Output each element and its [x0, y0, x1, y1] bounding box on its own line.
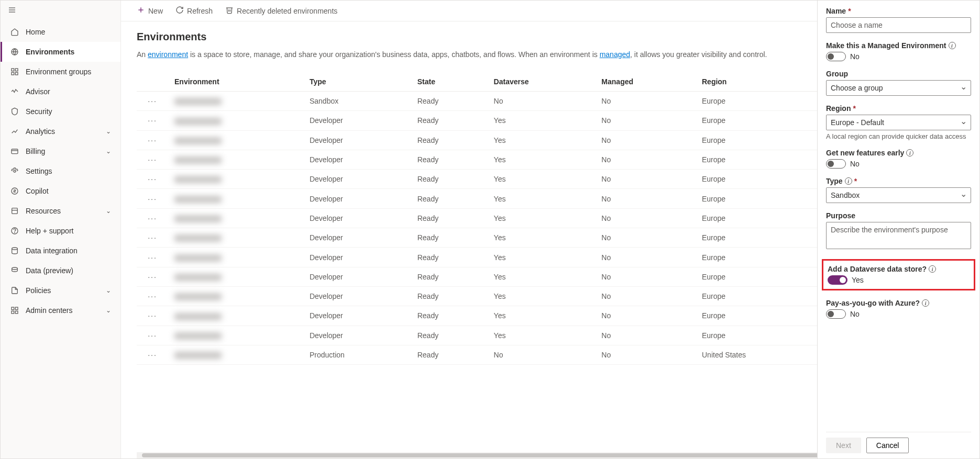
cell-environment[interactable] — [168, 150, 303, 169]
cell-region: Europe — [696, 92, 824, 111]
info-icon[interactable]: i — [949, 42, 956, 49]
cell-type: Developer — [303, 189, 411, 208]
sidebar-item-admin[interactable]: Admin centers⌄ — [1, 300, 120, 320]
purpose-textarea[interactable] — [826, 222, 971, 249]
refresh-button[interactable]: Refresh — [175, 6, 213, 16]
redacted-name — [174, 196, 222, 203]
sidebar-item-policies[interactable]: Policies⌄ — [1, 281, 120, 300]
col-environment[interactable]: Environment — [168, 72, 303, 92]
sidebar-item-label: Admin centers — [26, 306, 72, 315]
new-label: New — [148, 7, 163, 15]
security-icon — [10, 107, 19, 116]
sidebar-item-analytics[interactable]: Analytics⌄ — [1, 121, 120, 141]
cell-environment[interactable] — [168, 92, 303, 111]
row-more-icon[interactable]: ··· — [137, 92, 168, 111]
cell-environment[interactable] — [168, 228, 303, 248]
info-icon[interactable]: i — [906, 149, 913, 156]
cell-environment[interactable] — [168, 326, 303, 345]
sidebar-item-environments[interactable]: Environments — [1, 42, 120, 62]
sidebar-item-copilot[interactable]: Copilot — [1, 181, 120, 201]
cell-environment[interactable] — [168, 130, 303, 150]
row-more-icon[interactable]: ··· — [137, 111, 168, 130]
sidebar-item-help[interactable]: Help + support — [1, 221, 120, 241]
cell-environment[interactable] — [168, 345, 303, 364]
cell-region: Europe — [696, 111, 824, 130]
trash-icon — [225, 6, 234, 16]
plus-icon — [137, 6, 145, 16]
cell-state: Ready — [411, 208, 488, 228]
row-more-icon[interactable]: ··· — [137, 170, 168, 189]
info-icon[interactable]: i — [845, 177, 852, 185]
sidebar-item-advisor[interactable]: Advisor — [1, 82, 120, 102]
managed-env-label: Make this a Managed Environment i — [826, 41, 971, 50]
info-icon[interactable]: i — [929, 265, 936, 273]
sidebar-item-settings[interactable]: Settings — [1, 161, 120, 181]
managed-link[interactable]: managed — [600, 50, 630, 59]
features-toggle[interactable] — [826, 159, 846, 169]
col-state[interactable]: State — [411, 72, 488, 92]
type-select[interactable]: Sandbox — [826, 187, 971, 203]
cell-environment[interactable] — [168, 111, 303, 130]
cell-environment[interactable] — [168, 306, 303, 326]
col-dataverse[interactable]: Dataverse — [488, 72, 596, 92]
refresh-label: Refresh — [187, 7, 213, 15]
cell-environment[interactable] — [168, 267, 303, 286]
cancel-button[interactable]: Cancel — [866, 438, 909, 453]
row-more-icon[interactable]: ··· — [137, 130, 168, 150]
recently-deleted-button[interactable]: Recently deleted environments — [225, 6, 337, 16]
cell-environment[interactable] — [168, 170, 303, 189]
cell-region: Europe — [696, 170, 824, 189]
row-more-icon[interactable]: ··· — [137, 306, 168, 326]
redacted-name — [174, 118, 222, 125]
group-select[interactable]: Choose a group — [826, 80, 971, 96]
dataverse-toggle[interactable] — [828, 275, 847, 285]
row-more-icon[interactable]: ··· — [137, 248, 168, 267]
col-managed[interactable]: Managed — [595, 72, 696, 92]
col-type[interactable]: Type — [303, 72, 411, 92]
row-more-icon[interactable]: ··· — [137, 267, 168, 286]
sidebar-item-security[interactable]: Security — [1, 102, 120, 121]
row-more-icon[interactable]: ··· — [137, 228, 168, 248]
payg-toggle[interactable] — [826, 309, 846, 319]
svg-point-15 — [15, 232, 15, 233]
svg-rect-19 — [15, 307, 18, 310]
cell-environment[interactable] — [168, 248, 303, 267]
sidebar-item-billing[interactable]: Billing⌄ — [1, 141, 120, 161]
row-more-icon[interactable]: ··· — [137, 326, 168, 345]
sidebar-item-data-int[interactable]: Data integration — [1, 241, 120, 261]
cell-type: Developer — [303, 248, 411, 267]
new-button[interactable]: New — [137, 6, 163, 16]
row-more-icon[interactable]: ··· — [137, 345, 168, 364]
sidebar-item-home[interactable]: Home — [1, 22, 120, 42]
cell-dataverse: Yes — [488, 248, 596, 267]
row-more-icon[interactable]: ··· — [137, 208, 168, 228]
chevron-down-icon: ⌄ — [106, 148, 111, 155]
cell-environment[interactable] — [168, 286, 303, 306]
managed-env-toggle[interactable] — [826, 52, 846, 61]
row-more-icon[interactable]: ··· — [137, 286, 168, 306]
row-more-icon[interactable]: ··· — [137, 150, 168, 169]
next-button[interactable]: Next — [826, 438, 861, 453]
chevron-down-icon: ⌄ — [106, 128, 111, 135]
row-more-icon[interactable]: ··· — [137, 189, 168, 208]
svg-point-10 — [14, 170, 16, 172]
copilot-icon — [10, 186, 19, 196]
dataverse-highlight: Add a Dataverse data store? i Yes — [822, 259, 975, 290]
cell-type: Developer — [303, 130, 411, 150]
cell-dataverse: Yes — [488, 306, 596, 326]
info-icon[interactable]: i — [922, 299, 929, 307]
sidebar-item-resources[interactable]: Resources⌄ — [1, 201, 120, 221]
redacted-name — [174, 332, 222, 340]
sidebar-item-label: Billing — [26, 147, 45, 155]
cell-dataverse: Yes — [488, 286, 596, 306]
sidebar-item-data-prev[interactable]: Data (preview) — [1, 261, 120, 281]
environment-link[interactable]: environment — [148, 50, 188, 59]
name-input[interactable] — [826, 17, 971, 33]
col-region[interactable]: Region — [696, 72, 824, 92]
cell-environment[interactable] — [168, 189, 303, 208]
redacted-name — [174, 98, 222, 105]
region-select[interactable]: Europe - Default — [826, 115, 971, 130]
cell-environment[interactable] — [168, 208, 303, 228]
hamburger-icon[interactable] — [1, 1, 120, 22]
sidebar-item-env-groups[interactable]: Environment groups — [1, 62, 120, 82]
